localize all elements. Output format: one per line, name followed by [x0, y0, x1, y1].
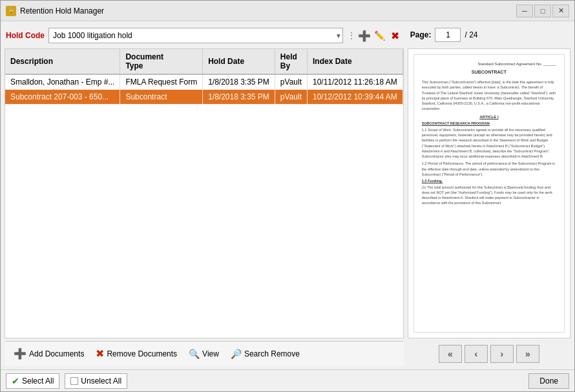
done-button[interactable]: Done	[528, 373, 569, 389]
view-icon: 🔍	[189, 349, 200, 359]
remove-documents-button[interactable]: ✖ Remove Documents	[90, 346, 182, 362]
title-controls: ─ □ ✕	[516, 5, 569, 17]
cell-description: Subcontract 207-003 - 650...	[5, 90, 120, 105]
col-description: Description	[5, 49, 120, 74]
table-row[interactable]: Smalldon, Jonathan - Emp #... FMLA Reque…	[5, 74, 402, 90]
remove-documents-icon: ✖	[96, 347, 104, 360]
page-total: / 24	[465, 30, 477, 39]
cell-hold-date: 1/8/2018 3:35 PM	[203, 90, 275, 105]
doc-section3-body: (1) The total amount authorized for this…	[422, 185, 556, 206]
page-navigation: Page: / 24	[408, 25, 570, 45]
view-button[interactable]: 🔍 View	[183, 347, 224, 361]
first-page-button[interactable]: «	[439, 345, 462, 363]
cell-index-date: 10/12/2012 10:39:44 AM	[308, 90, 403, 105]
doc-section1: 1.1 Scope of Work. Subcontractor agrees …	[422, 127, 556, 160]
cell-document-type: FMLA Request Form	[120, 74, 203, 90]
app-icon: 🔒	[6, 6, 16, 16]
doc-section3-heading: 1.3 Funding.	[422, 179, 556, 184]
page-nav-buttons: « ‹ › »	[408, 342, 570, 366]
window-title: Retention Hold Manager	[20, 6, 104, 15]
main-content: Hold Code Job 1000 litigation hold ▼ ⋮ ➕…	[1, 21, 574, 369]
document-table: Description DocumentType Hold Date HeldB…	[5, 49, 403, 105]
doc-section2: 1.2 Period of Performance. The period of…	[422, 161, 556, 177]
page-label: Page:	[410, 30, 432, 39]
select-all-label: Select All	[22, 377, 54, 386]
main-window: 🔒 Retention Hold Manager ─ □ ✕ Hold Code…	[0, 0, 575, 392]
add-documents-label: Add Documents	[29, 349, 84, 358]
col-hold-date: Hold Date	[203, 49, 275, 74]
remove-documents-label: Remove Documents	[107, 349, 177, 358]
edit-hold-button[interactable]: ✏️	[373, 28, 387, 43]
table-row[interactable]: Subcontract 207-003 - 650... Subcontract…	[5, 90, 402, 105]
minimize-button[interactable]: ─	[516, 5, 533, 17]
search-remove-label: Search Remove	[244, 349, 300, 358]
maximize-button[interactable]: □	[534, 5, 551, 17]
table-header: Description DocumentType Hold Date HeldB…	[5, 49, 402, 74]
cell-held-by: pVault	[275, 74, 307, 90]
unselect-all-check-icon	[70, 377, 78, 385]
bottom-toolbar: ➕ Add Documents ✖ Remove Documents 🔍 Vie…	[5, 341, 404, 366]
page-number-input[interactable]	[435, 28, 461, 42]
hold-code-row: Hold Code Job 1000 litigation hold ▼ ⋮ ➕…	[5, 25, 404, 46]
search-remove-button[interactable]: 🔎 Search Remove	[225, 347, 305, 361]
document-table-container: Description DocumentType Hold Date HeldB…	[5, 48, 404, 338]
status-left: ✔ Select All Unselect All	[6, 373, 127, 389]
cell-index-date: 10/11/2012 11:26:18 AM	[308, 74, 403, 90]
add-documents-icon: ➕	[14, 347, 26, 360]
col-held-by: HeldBy	[275, 49, 307, 74]
last-page-button[interactable]: »	[516, 345, 539, 363]
document-preview: Standard Subcontract Agreement No. _____…	[408, 48, 570, 338]
title-bar-left: 🔒 Retention Hold Manager	[6, 6, 104, 16]
table-body: Smalldon, Jonathan - Emp #... FMLA Reque…	[5, 74, 402, 105]
cell-hold-date: 1/8/2018 3:35 PM	[203, 74, 275, 90]
doc-title: Standard Subcontract Agreement No. _____…	[422, 61, 556, 67]
delete-hold-button[interactable]: ✖	[388, 28, 402, 43]
hold-code-label: Hold Code	[6, 31, 45, 40]
col-document-type: DocumentType	[120, 49, 203, 74]
add-hold-button[interactable]: ➕	[357, 28, 371, 43]
hold-code-toolbar: ⋮ ➕ ✏️ ✖	[347, 28, 402, 43]
status-bar: ✔ Select All Unselect All Done	[1, 369, 574, 391]
close-button[interactable]: ✕	[552, 5, 569, 17]
hold-code-combo-wrapper: Job 1000 litigation hold ▼	[48, 28, 343, 43]
hold-code-select[interactable]: Job 1000 litigation hold	[48, 28, 343, 43]
next-page-button[interactable]: ›	[490, 345, 514, 363]
doc-article-title: ARTICLE I	[422, 114, 556, 119]
left-panel: Hold Code Job 1000 litigation hold ▼ ⋮ ➕…	[5, 25, 404, 366]
unselect-all-button[interactable]: Unselect All	[65, 373, 127, 389]
select-all-check-icon: ✔	[12, 376, 19, 386]
cell-document-type: Subcontract	[120, 90, 203, 105]
right-panel: Page: / 24 Standard Subcontract Agreemen…	[408, 25, 570, 366]
title-bar: 🔒 Retention Hold Manager ─ □ ✕	[1, 1, 574, 21]
prev-page-button[interactable]: ‹	[465, 345, 488, 363]
cell-description: Smalldon, Jonathan - Emp #...	[5, 74, 120, 90]
more-options-icon[interactable]: ⋮	[347, 30, 356, 41]
search-remove-icon: 🔎	[231, 349, 242, 359]
doc-subcontract-label: SUBCONTRACT	[422, 69, 556, 76]
doc-body-intro: This Subcontract ("Subcontractor") effec…	[422, 79, 556, 112]
add-documents-button[interactable]: ➕ Add Documents	[8, 346, 89, 362]
col-index-date: Index Date	[308, 49, 403, 74]
doc-article-subtitle: SUBCONTRACT RESEARCH PROGRAM	[422, 121, 556, 127]
select-all-button[interactable]: ✔ Select All	[6, 373, 59, 389]
unselect-all-label: Unselect All	[81, 377, 121, 386]
cell-held-by: pVault	[275, 90, 307, 105]
view-label: View	[202, 349, 219, 358]
document-preview-content: Standard Subcontract Agreement No. _____…	[413, 54, 565, 333]
